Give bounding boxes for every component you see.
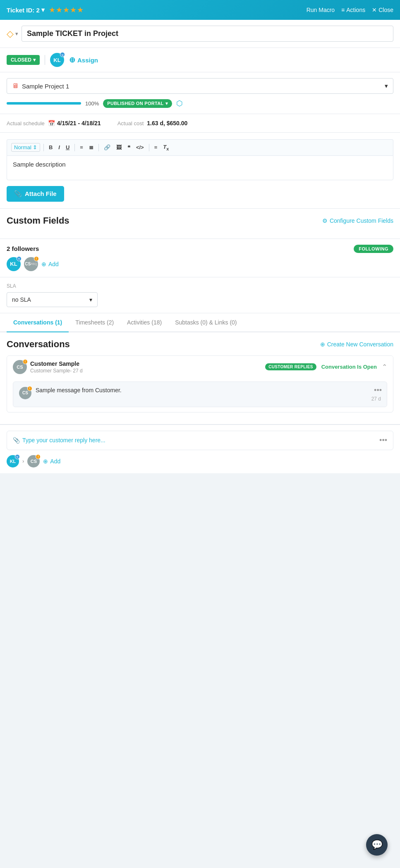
status-badge[interactable]: CLOSED ▾	[7, 55, 40, 65]
msg-cs-badge: !	[27, 386, 32, 391]
project-icon: 🖥	[12, 82, 19, 90]
bold-button[interactable]: B	[47, 143, 54, 151]
link-button[interactable]: 🔗	[102, 143, 112, 151]
actions-icon: ≡	[341, 7, 345, 13]
reply-attach-icon: 📎	[13, 437, 20, 444]
conversations-header: Conversations ⊕ Create New Conversation	[7, 339, 393, 350]
message-bubble: CS ! Sample message from Customer. 27 d …	[13, 382, 387, 407]
follower-avatar-kl[interactable]: KL u	[7, 257, 21, 271]
editor-body[interactable]: Sample description	[7, 155, 393, 180]
italic-button[interactable]: I	[57, 143, 62, 151]
avatar-kl[interactable]: KL u	[50, 53, 64, 67]
reply-avatar-cs[interactable]: CS !	[27, 455, 40, 467]
toolbar-separator	[43, 144, 44, 151]
tab-timesheets[interactable]: Timesheets (2)	[69, 313, 120, 332]
reply-input-row[interactable]: 📎 Type your customer reply here... •••	[7, 431, 393, 450]
progress-fill	[7, 102, 81, 105]
reply-avatar-kl[interactable]: KL u	[7, 455, 19, 467]
message-time: 27 d	[36, 396, 381, 402]
cost-item: Actual cost 1.63 d, $650.00	[117, 120, 188, 126]
schedule-label: Actual schedule	[7, 120, 45, 126]
followers-count: 2 followers	[7, 245, 39, 252]
toolbar-separator-4	[149, 144, 149, 151]
diamond-icon: ◇	[7, 29, 14, 39]
close-button[interactable]: ✕ Close	[372, 7, 393, 13]
published-button[interactable]: PUBLISHED ON PORTAL ▾	[103, 99, 172, 108]
schedule-item: Actual schedule 📅 4/15/21 - 4/18/21	[7, 120, 101, 126]
title-chevron[interactable]: ▾	[15, 31, 18, 37]
reply-add-button[interactable]: ⊕ Add	[43, 458, 60, 465]
title-row: ◇ ▾	[0, 20, 400, 48]
sla-select[interactable]: no SLA ▾	[7, 292, 98, 307]
star-rating[interactable]: ★★★★★	[49, 5, 84, 14]
tab-conversations[interactable]: Conversations (1)	[7, 313, 69, 332]
conversations-title: Conversations	[7, 339, 70, 350]
conversation-collapse-icon[interactable]: ⌃	[382, 363, 387, 371]
divider	[45, 55, 45, 65]
reply-avatars: KL u › CS ! ⊕ Add	[7, 455, 393, 467]
unordered-list-button[interactable]: ≣	[87, 143, 95, 151]
run-macro-button[interactable]: Run Macro	[307, 7, 335, 13]
customer-replies-badge: CUSTOMER REPLIES	[265, 363, 316, 370]
project-select[interactable]: 🖥 Sample Project 1 ▾	[7, 78, 393, 94]
cost-label: Actual cost	[117, 120, 144, 126]
project-section: 🖥 Sample Project 1 ▾ 100% PUBLISHED ON P…	[0, 72, 400, 114]
add-follower-icon: ⊕	[41, 261, 46, 267]
conversation-item: CS ! Customer Sample Customer Sample- 27…	[7, 355, 393, 413]
editor-toolbar: Normal ⇕ B I U ≡ ≣ 🔗 🖼 ❝ </> ≡ Tx	[7, 139, 393, 155]
custom-fields-title: Custom Fields	[7, 215, 69, 226]
sla-value: no SLA	[12, 296, 31, 303]
message-options-button[interactable]: •••	[374, 386, 382, 395]
custom-fields-header: Custom Fields ⚙ Configure Custom Fields	[7, 215, 393, 226]
clear-format-button[interactable]: Tx	[161, 143, 170, 152]
schedule-section: Actual schedule 📅 4/15/21 - 4/18/21 Actu…	[0, 114, 400, 133]
create-conversation-button[interactable]: ⊕ Create New Conversation	[320, 341, 393, 348]
tab-subtasks[interactable]: Subtasks (0) & Links (0)	[168, 313, 243, 332]
ticket-id-chevron[interactable]: ▾	[41, 6, 45, 14]
format-select[interactable]: Normal ⇕	[11, 143, 40, 152]
reply-options-button[interactable]: •••	[379, 436, 387, 445]
status-chevron: ▾	[33, 57, 36, 63]
attach-file-button[interactable]: 📎 Attach File	[7, 186, 64, 202]
share-icon[interactable]: ⬡	[176, 99, 183, 108]
header: Ticket ID: 2 ▾ ★★★★★ Run Macro ≡ Actions…	[0, 0, 400, 20]
following-badge[interactable]: FOLLOWING	[354, 245, 393, 253]
followers-section: 2 followers FOLLOWING KL u CS RBQ ! ⊕ Ad…	[0, 239, 400, 277]
follower-avatar-cs[interactable]: CS RBQ !	[24, 257, 38, 271]
reply-placeholder: Type your customer reply here...	[22, 437, 105, 444]
schedule-value: 📅 4/15/21 - 4/18/21	[48, 120, 101, 126]
code-button[interactable]: </>	[134, 143, 146, 151]
assign-button[interactable]: ⊕ Assign	[69, 55, 98, 64]
ticket-id-text: Ticket ID: 2	[7, 7, 40, 14]
configure-custom-fields-button[interactable]: ⚙ Configure Custom Fields	[322, 217, 393, 224]
underline-button[interactable]: U	[64, 143, 71, 151]
reply-arrow: ›	[22, 458, 24, 464]
avatar-kl-badge: u	[60, 52, 65, 57]
status-row: CLOSED ▾ KL u ⊕ Assign	[0, 48, 400, 72]
create-conv-icon: ⊕	[320, 341, 325, 348]
editor-description: Sample description	[13, 161, 66, 168]
message-avatar: CS !	[19, 387, 31, 399]
editor-section: Normal ⇕ B I U ≡ ≣ 🔗 🖼 ❝ </> ≡ Tx Sample…	[0, 133, 400, 209]
cost-value: 1.63 d, $650.00	[147, 120, 187, 126]
configure-icon: ⚙	[322, 217, 328, 224]
ordered-list-button[interactable]: ≡	[78, 143, 85, 151]
sla-label: SLA	[7, 283, 393, 289]
followers-header: 2 followers FOLLOWING	[7, 245, 393, 253]
align-button[interactable]: ≡	[153, 143, 159, 151]
progress-row: 100% PUBLISHED ON PORTAL ▾ ⬡	[7, 99, 393, 108]
image-button[interactable]: 🖼	[115, 143, 123, 151]
actions-button[interactable]: ≡ Actions	[341, 7, 365, 13]
tabs-section: Conversations (1) Timesheets (2) Activit…	[0, 313, 400, 332]
ticket-id[interactable]: Ticket ID: 2 ▾	[7, 6, 45, 14]
published-chevron: ▾	[165, 101, 168, 106]
kl-badge: u	[17, 256, 22, 261]
progress-label: 100%	[85, 100, 99, 107]
sla-chevron: ▾	[89, 296, 92, 303]
ticket-title-input[interactable]	[22, 26, 393, 42]
quote-button[interactable]: ❝	[126, 143, 132, 151]
followers-avatars: KL u CS RBQ ! ⊕ Add	[7, 257, 393, 271]
reply-add-icon: ⊕	[43, 458, 48, 465]
add-follower-button[interactable]: ⊕ Add	[41, 261, 59, 267]
tab-activities[interactable]: Activities (18)	[120, 313, 168, 332]
